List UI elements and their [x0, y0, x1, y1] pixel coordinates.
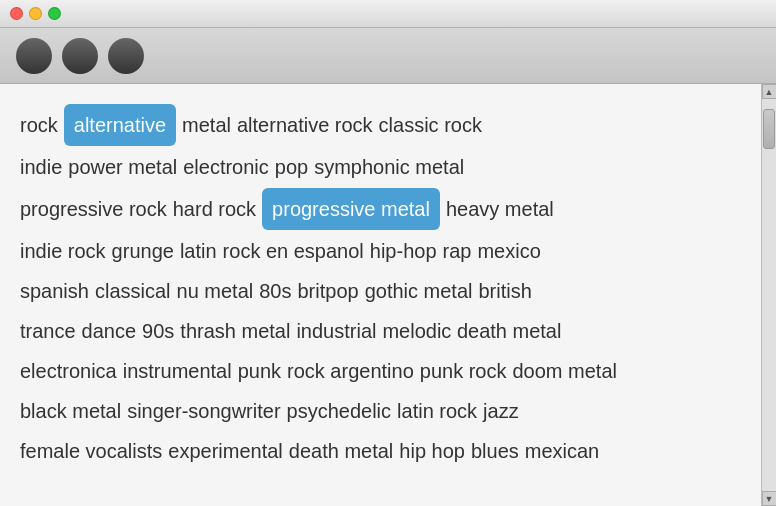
tag-item[interactable]: singer-songwriter	[127, 392, 280, 430]
tag-item[interactable]: rap	[443, 232, 472, 270]
tag-item[interactable]: progressive metal	[262, 188, 440, 230]
tag-row: electronicainstrumentalpunkrock argentin…	[20, 352, 741, 390]
tag-row: spanishclassicalnu metal80sbritpopgothic…	[20, 272, 741, 310]
maximize-button[interactable]	[48, 7, 61, 20]
scroll-track	[762, 99, 776, 491]
tag-row: indie rockgrungelatinrock en espanolhip-…	[20, 232, 741, 270]
tag-item[interactable]: hip-hop	[370, 232, 437, 270]
tag-item[interactable]: punk	[238, 352, 281, 390]
tag-item[interactable]: electronica	[20, 352, 117, 390]
tag-item[interactable]: heavy metal	[446, 190, 554, 228]
tag-item[interactable]: hard rock	[173, 190, 256, 228]
tag-item[interactable]: experimental	[168, 432, 283, 470]
title-bar	[0, 0, 776, 28]
tag-row: trancedance90sthrash metalindustrialmelo…	[20, 312, 741, 350]
pause-button[interactable]	[62, 38, 98, 74]
tag-item[interactable]: doom metal	[513, 352, 618, 390]
scroll-down-arrow[interactable]: ▼	[762, 491, 777, 506]
tag-item[interactable]: punk rock	[420, 352, 507, 390]
close-button[interactable]	[10, 7, 23, 20]
main-content: rockalternativemetalalternative rockclas…	[0, 84, 776, 506]
tag-item[interactable]: metal	[182, 106, 231, 144]
tag-item[interactable]: melodic death metal	[382, 312, 561, 350]
minimize-button[interactable]	[29, 7, 42, 20]
tag-item[interactable]: indie	[20, 148, 62, 186]
tag-item[interactable]: alternative rock	[237, 106, 373, 144]
tag-item[interactable]: jazz	[483, 392, 519, 430]
skip-button[interactable]	[108, 38, 144, 74]
tag-item[interactable]: psychedelic	[287, 392, 392, 430]
tag-row: indiepower metalelectronicpopsymphonic m…	[20, 148, 741, 186]
tag-item[interactable]: classic rock	[379, 106, 482, 144]
tag-item[interactable]: gothic metal	[365, 272, 473, 310]
tag-item[interactable]: 80s	[259, 272, 291, 310]
tag-item[interactable]: symphonic metal	[314, 148, 464, 186]
tag-row: female vocalistsexperimentaldeath metalh…	[20, 432, 741, 470]
tag-item[interactable]: classical	[95, 272, 171, 310]
tag-item[interactable]: thrash metal	[180, 312, 290, 350]
tag-item[interactable]: mexican	[525, 432, 599, 470]
tag-item[interactable]: 90s	[142, 312, 174, 350]
tag-row: rockalternativemetalalternative rockclas…	[20, 104, 741, 146]
play-button[interactable]	[16, 38, 52, 74]
tag-item[interactable]: pop	[275, 148, 308, 186]
tag-item[interactable]: spanish	[20, 272, 89, 310]
tag-item[interactable]: british	[478, 272, 531, 310]
tag-item[interactable]: rock en espanol	[223, 232, 364, 270]
tag-item[interactable]: britpop	[297, 272, 358, 310]
tag-item[interactable]: alternative	[64, 104, 176, 146]
tag-item[interactable]: mexico	[477, 232, 540, 270]
tag-item[interactable]: blues	[471, 432, 519, 470]
tag-item[interactable]: latin	[180, 232, 217, 270]
tag-item[interactable]: electronic	[183, 148, 269, 186]
tag-item[interactable]: progressive rock	[20, 190, 167, 228]
tag-item[interactable]: nu metal	[177, 272, 254, 310]
tag-item[interactable]: power metal	[68, 148, 177, 186]
tag-row: progressive rockhard rockprogressive met…	[20, 188, 741, 230]
tag-item[interactable]: instrumental	[123, 352, 232, 390]
tag-item[interactable]: rock	[20, 106, 58, 144]
tags-area: rockalternativemetalalternative rockclas…	[0, 84, 761, 506]
scroll-up-arrow[interactable]: ▲	[762, 84, 777, 99]
scrollbar[interactable]: ▲ ▼	[761, 84, 776, 506]
window-controls[interactable]	[10, 7, 61, 20]
tag-item[interactable]: death metal	[289, 432, 394, 470]
tag-row: black metalsinger-songwriterpsychedelicl…	[20, 392, 741, 430]
tag-item[interactable]: latin rock	[397, 392, 477, 430]
tag-item[interactable]: indie rock	[20, 232, 106, 270]
tag-item[interactable]: dance	[82, 312, 137, 350]
tag-item[interactable]: female vocalists	[20, 432, 162, 470]
tag-item[interactable]: trance	[20, 312, 76, 350]
toolbar	[0, 28, 776, 84]
tag-item[interactable]: rock argentino	[287, 352, 414, 390]
tag-item[interactable]: industrial	[296, 312, 376, 350]
scroll-thumb[interactable]	[763, 109, 775, 149]
tag-item[interactable]: black metal	[20, 392, 121, 430]
tag-item[interactable]: hip hop	[399, 432, 465, 470]
tag-item[interactable]: grunge	[112, 232, 174, 270]
